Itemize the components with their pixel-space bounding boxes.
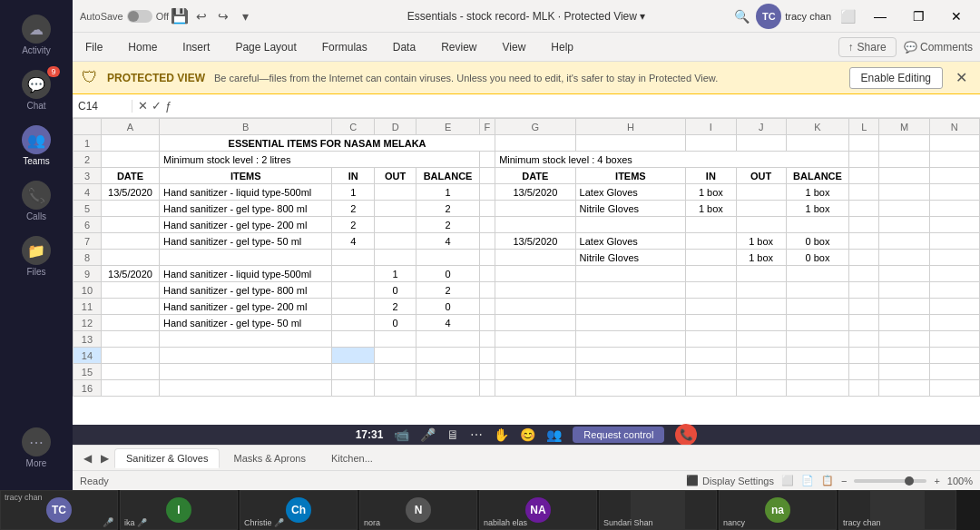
- cell-G15[interactable]: [495, 364, 575, 380]
- cell-L12[interactable]: [849, 315, 879, 331]
- cell-D16[interactable]: [374, 380, 416, 397]
- cell-B12[interactable]: Hand sanitizer - gel type- 50 ml: [160, 315, 332, 331]
- close-button[interactable]: ✕: [940, 0, 973, 33]
- cell-C11[interactable]: [332, 299, 374, 315]
- cell-F13[interactable]: [479, 331, 495, 348]
- cell-L13[interactable]: [849, 331, 879, 348]
- cell-D6[interactable]: [374, 217, 416, 233]
- cell-C15[interactable]: [332, 364, 374, 380]
- cell-D14[interactable]: [374, 348, 416, 364]
- col-header-K[interactable]: K: [786, 119, 848, 135]
- sheet-nav-right[interactable]: ▶: [97, 450, 113, 466]
- cell-J4[interactable]: [736, 184, 786, 201]
- cell-I3[interactable]: IN: [686, 168, 736, 184]
- end-call-button[interactable]: 📞: [675, 424, 697, 446]
- cell-J16[interactable]: [736, 380, 786, 397]
- cell-E14[interactable]: [416, 348, 479, 364]
- cell-N2[interactable]: [929, 152, 979, 168]
- cell-N3[interactable]: [929, 168, 979, 184]
- maximize-button[interactable]: ❐: [902, 0, 935, 33]
- hand-raise-icon[interactable]: ✋: [494, 427, 509, 442]
- cell-J13[interactable]: [736, 331, 786, 348]
- cell-J3[interactable]: OUT: [736, 168, 786, 184]
- cell-C8[interactable]: [332, 250, 374, 266]
- cell-M15[interactable]: [879, 364, 929, 380]
- cell-M8[interactable]: [879, 250, 929, 266]
- cell-D9[interactable]: 1: [374, 266, 416, 282]
- cell-H14[interactable]: [575, 348, 686, 364]
- zoom-level[interactable]: 100%: [947, 476, 973, 486]
- cell-C16[interactable]: [332, 380, 374, 397]
- minimize-button[interactable]: —: [864, 0, 897, 33]
- cell-L15[interactable]: [849, 364, 879, 380]
- sheet-tab-sanitizer[interactable]: Sanitizer & Gloves: [114, 448, 220, 468]
- col-header-B[interactable]: B: [160, 119, 332, 135]
- cell-A5[interactable]: [101, 201, 159, 217]
- cell-M12[interactable]: [879, 315, 929, 331]
- cell-D5[interactable]: [374, 201, 416, 217]
- cell-K15[interactable]: [786, 364, 848, 380]
- tab-help[interactable]: Help: [545, 37, 579, 57]
- cell-D7[interactable]: [374, 233, 416, 250]
- cell-K10[interactable]: [786, 282, 848, 299]
- cell-L1[interactable]: [849, 135, 879, 152]
- cell-I9[interactable]: [686, 266, 736, 282]
- zoom-plus[interactable]: +: [934, 476, 939, 486]
- cell-A4[interactable]: 13/5/2020: [101, 184, 159, 201]
- cell-H3[interactable]: ITEMS: [575, 168, 686, 184]
- cell-I8[interactable]: [686, 250, 736, 266]
- cancel-formula-icon[interactable]: ✕: [138, 99, 148, 113]
- cell-E15[interactable]: [416, 364, 479, 380]
- share-button[interactable]: ↑ Share: [838, 37, 897, 57]
- mic-icon[interactable]: 🎤: [420, 427, 436, 442]
- page-layout-icon[interactable]: 📄: [801, 475, 814, 486]
- cell-E10[interactable]: 2: [416, 282, 479, 299]
- cell-J12[interactable]: [736, 315, 786, 331]
- cell-C14[interactable]: [332, 348, 374, 364]
- cell-M2[interactable]: [879, 152, 929, 168]
- tab-insert[interactable]: Insert: [177, 37, 215, 57]
- more-meeting-icon[interactable]: ⋯: [470, 427, 483, 442]
- cell-J1[interactable]: [736, 135, 786, 152]
- cell-D10[interactable]: 0: [374, 282, 416, 299]
- cell-N10[interactable]: [929, 282, 979, 299]
- cell-B14[interactable]: [160, 348, 332, 364]
- cell-L3[interactable]: [849, 168, 879, 184]
- cell-B1[interactable]: ESSENTIAL ITEMS FOR NASAM MELAKA: [160, 135, 495, 152]
- cell-E4[interactable]: 1: [416, 184, 479, 201]
- cell-F9[interactable]: [479, 266, 495, 282]
- cell-G4[interactable]: 13/5/2020: [495, 184, 575, 201]
- cell-J11[interactable]: [736, 299, 786, 315]
- insert-function-icon[interactable]: ƒ: [165, 99, 172, 113]
- cell-D11[interactable]: 2: [374, 299, 416, 315]
- request-control-button[interactable]: Request control: [573, 427, 664, 443]
- cell-B2[interactable]: Minimum stock level : 2 litres: [160, 152, 480, 168]
- cell-L2[interactable]: [849, 152, 879, 168]
- cell-M3[interactable]: [879, 168, 929, 184]
- cell-A16[interactable]: [101, 380, 159, 397]
- confirm-formula-icon[interactable]: ✓: [152, 99, 162, 113]
- cell-F15[interactable]: [479, 364, 495, 380]
- cell-F10[interactable]: [479, 282, 495, 299]
- cell-G13[interactable]: [495, 331, 575, 348]
- tab-formulas[interactable]: Formulas: [317, 37, 373, 57]
- cell-J6[interactable]: [736, 217, 786, 233]
- cell-I5[interactable]: 1 box: [686, 201, 736, 217]
- cell-D15[interactable]: [374, 364, 416, 380]
- cell-L4[interactable]: [849, 184, 879, 201]
- cell-K4[interactable]: 1 box: [786, 184, 848, 201]
- display-settings[interactable]: ⬛ Display Settings: [686, 475, 774, 486]
- cell-E16[interactable]: [416, 380, 479, 397]
- cell-M13[interactable]: [879, 331, 929, 348]
- cell-F11[interactable]: [479, 299, 495, 315]
- sidebar-item-files[interactable]: 📁 Files: [0, 229, 73, 284]
- cell-K14[interactable]: [786, 348, 848, 364]
- cell-I15[interactable]: [686, 364, 736, 380]
- cell-H9[interactable]: [575, 266, 686, 282]
- cell-N9[interactable]: [929, 266, 979, 282]
- participants-icon[interactable]: 👥: [546, 427, 562, 442]
- cell-G5[interactable]: [495, 201, 575, 217]
- cell-A14[interactable]: [101, 348, 159, 364]
- cell-M16[interactable]: [879, 380, 929, 397]
- cell-K1[interactable]: [786, 135, 848, 152]
